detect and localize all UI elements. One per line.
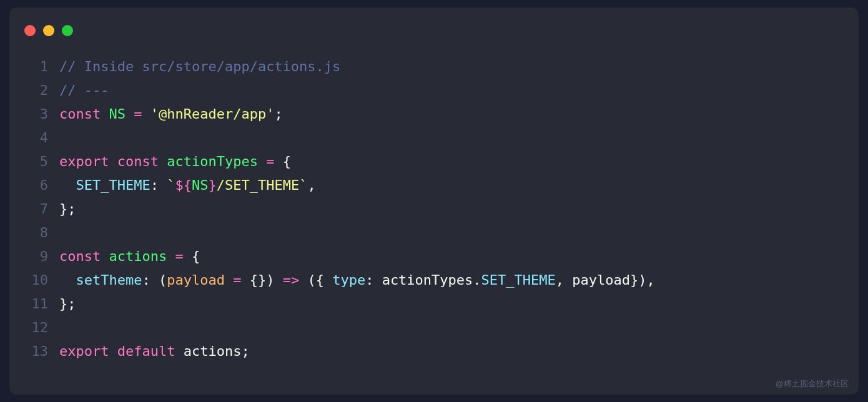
- token-operator: ${: [175, 177, 192, 193]
- line-content: };: [59, 292, 76, 316]
- line-content: // ---: [59, 79, 109, 102]
- token-arrow: =>: [283, 272, 300, 288]
- token-comment: // Inside src/store/app/actions.js: [59, 59, 340, 74]
- code-line: 3const NS = '@hnReader/app';: [28, 102, 840, 126]
- token-keyword: const: [117, 154, 159, 169]
- line-content: };: [59, 197, 76, 221]
- line-number: 1: [28, 55, 48, 79]
- maximize-icon[interactable]: [62, 25, 73, 36]
- line-content: [59, 316, 67, 340]
- line-number: 7: [28, 197, 48, 221]
- code-line: 2// ---: [28, 79, 840, 102]
- token-keyword: export: [59, 343, 109, 359]
- code-area: 1// Inside src/store/app/actions.js2// -…: [9, 49, 859, 363]
- line-number: 10: [28, 268, 48, 292]
- token-plain: :: [150, 177, 167, 193]
- token-plain: ;: [274, 106, 282, 122]
- token-property: type: [332, 272, 365, 288]
- code-line: 1// Inside src/store/app/actions.js: [28, 55, 840, 79]
- code-line: 7};: [28, 197, 840, 221]
- line-number: 12: [28, 316, 48, 340]
- line-number: 11: [28, 292, 48, 316]
- token-plain: actions;: [175, 343, 249, 359]
- token-plain: : actionTypes.: [365, 272, 481, 288]
- line-content: [59, 126, 67, 150]
- line-number: 6: [28, 174, 48, 197]
- line-content: setTheme: (payload = {}) => ({ type: act…: [59, 268, 655, 292]
- token-plain: {}): [241, 272, 282, 288]
- code-line: 9const actions = {: [28, 245, 840, 268]
- token-keyword: const: [59, 248, 101, 264]
- code-line: 6 SET_THEME: `${NS}/SET_THEME`,: [28, 174, 840, 197]
- token-property: SET_THEME: [76, 177, 150, 193]
- code-line: 12: [28, 316, 840, 340]
- token-operator: =: [175, 248, 183, 264]
- token-operator: =: [233, 272, 241, 288]
- token-template-expr: NS: [192, 177, 209, 193]
- token-plain: ({: [299, 272, 332, 288]
- token-plain: ,: [307, 177, 315, 193]
- token-plain: [109, 154, 117, 169]
- token-variable: NS: [109, 106, 126, 122]
- code-line: 10 setTheme: (payload = {}) => ({ type: …: [28, 268, 840, 292]
- line-content: const NS = '@hnReader/app';: [59, 102, 283, 126]
- token-plain: [142, 106, 150, 122]
- token-operator: =: [266, 154, 274, 169]
- line-number: 13: [28, 340, 48, 363]
- token-plain: [59, 272, 76, 288]
- code-line: 8: [28, 221, 840, 245]
- line-content: export const actionTypes = {: [59, 150, 291, 174]
- token-plain: [59, 177, 76, 193]
- token-property: SET_THEME: [481, 272, 556, 288]
- line-content: [59, 221, 67, 245]
- token-variable: actions: [109, 248, 167, 264]
- minimize-icon[interactable]: [43, 25, 54, 36]
- token-plain: [225, 272, 233, 288]
- token-plain: [258, 154, 266, 169]
- token-plain: };: [59, 201, 76, 217]
- line-content: // Inside src/store/app/actions.js: [59, 55, 340, 79]
- line-number: 4: [28, 126, 48, 150]
- token-plain: [101, 106, 109, 122]
- token-plain: };: [59, 296, 76, 311]
- editor-window: 1// Inside src/store/app/actions.js2// -…: [9, 7, 859, 395]
- code-line: 4: [28, 126, 840, 150]
- token-plain: {: [274, 154, 291, 169]
- close-icon[interactable]: [24, 25, 36, 36]
- token-string: `: [167, 177, 175, 193]
- token-plain: , payload}),: [556, 272, 655, 288]
- token-keyword: export: [59, 154, 109, 169]
- token-plain: [167, 248, 175, 264]
- code-line: 5export const actionTypes = {: [28, 150, 840, 174]
- token-plain: [109, 343, 117, 359]
- watermark: @稀土掘金技术社区: [776, 378, 849, 390]
- line-number: 8: [28, 221, 48, 245]
- token-plain: {: [184, 248, 200, 264]
- token-operator: =: [134, 106, 142, 122]
- line-content: const actions = {: [59, 245, 200, 268]
- token-keyword: const: [59, 106, 101, 122]
- code-line: 13export default actions;: [28, 340, 840, 363]
- token-plain: [126, 106, 134, 122]
- line-number: 9: [28, 245, 48, 268]
- code-line: 11};: [28, 292, 840, 316]
- token-variable: actionTypes: [167, 154, 258, 169]
- line-number: 3: [28, 102, 48, 126]
- token-string: /SET_THEME`: [217, 177, 308, 193]
- token-plain: [159, 154, 167, 169]
- token-plain: [101, 248, 109, 264]
- token-param: payload: [167, 272, 225, 288]
- line-content: export default actions;: [59, 340, 250, 363]
- traffic-lights: [9, 20, 859, 49]
- line-number: 5: [28, 150, 48, 174]
- line-number: 2: [28, 79, 48, 102]
- token-comment: // ---: [59, 82, 109, 98]
- token-operator: }: [208, 177, 216, 193]
- line-content: SET_THEME: `${NS}/SET_THEME`,: [59, 174, 316, 197]
- token-keyword: default: [117, 343, 175, 359]
- token-plain: : (: [142, 272, 167, 288]
- token-string: '@hnReader/app': [150, 106, 275, 122]
- token-func-name: setTheme: [76, 272, 142, 288]
